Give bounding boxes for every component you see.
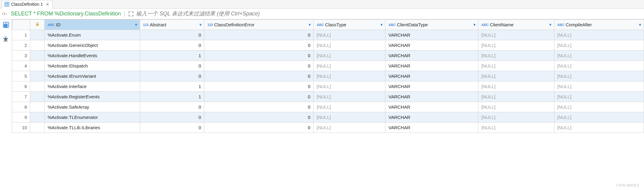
cell-ClassDefinitionError[interactable]: 0 <box>204 51 314 61</box>
cell-ID[interactable]: %Activate.RegisterEvents <box>44 92 140 102</box>
cell-ClientName[interactable]: [NULL] <box>478 51 554 61</box>
table-row[interactable]: 1%Activate.Enum00[NULL]VARCHAR[NULL][NUL… <box>12 30 644 40</box>
cell-ClientDataType[interactable]: VARCHAR <box>385 40 478 51</box>
cell-Abstract[interactable]: 0 <box>140 123 204 133</box>
cell-ClassType[interactable]: [NULL] <box>314 123 385 133</box>
row-number[interactable]: 1 <box>12 30 30 40</box>
cell-ID[interactable]: %Activate.TLLib.ILibraries <box>44 123 140 133</box>
side-tab-text[interactable]: 文本 ‹T› <box>3 34 9 41</box>
cell-ClientDataType[interactable]: VARCHAR <box>385 92 478 102</box>
cell-ClientDataType[interactable]: VARCHAR <box>385 71 478 81</box>
cell-Abstract[interactable]: 0 <box>140 40 204 51</box>
cell-ClassDefinitionError[interactable]: 0 <box>204 102 314 112</box>
cell-CompileAfter[interactable]: [NULL] <box>554 51 644 61</box>
cell-CompileAfter[interactable]: [NULL] <box>554 71 644 81</box>
cell-ClientDataType[interactable]: VARCHAR <box>385 61 478 71</box>
cell-ClassDefinitionError[interactable]: 0 <box>204 71 314 81</box>
cell-CompileAfter[interactable]: [NULL] <box>554 40 644 51</box>
row-number[interactable]: 2 <box>12 40 30 51</box>
row-number[interactable]: 9 <box>12 112 30 123</box>
cell-ClientDataType[interactable]: VARCHAR <box>385 112 478 123</box>
cell-ClassType[interactable]: [NULL] <box>314 112 385 123</box>
cell-CompileAfter[interactable]: [NULL] <box>554 123 644 133</box>
sort-icon[interactable]: ▼ <box>134 23 138 27</box>
cell-ClientDataType[interactable]: VARCHAR <box>385 51 478 61</box>
col-header-ClassType[interactable]: ABC ClassType▼ <box>314 20 385 30</box>
cell-ID[interactable]: %Activate.Enum <box>44 30 140 40</box>
col-header-Abstract[interactable]: 123 Abstract▼ <box>140 20 204 30</box>
cell-ClassDefinitionError[interactable]: 0 <box>204 92 314 102</box>
side-tab-grid[interactable]: 网格 <box>3 21 9 28</box>
sort-icon[interactable]: ▼ <box>308 23 312 27</box>
cell-ClassType[interactable]: [NULL] <box>314 51 385 61</box>
cell-CompileAfter[interactable]: [NULL] <box>554 30 644 40</box>
cell-ClassType[interactable]: [NULL] <box>314 92 385 102</box>
cell-Abstract[interactable]: 0 <box>140 61 204 71</box>
sort-icon[interactable]: ▼ <box>638 23 642 27</box>
expand-icon[interactable] <box>128 11 134 17</box>
cell-ClassType[interactable]: [NULL] <box>314 61 385 71</box>
cell-ClientDataType[interactable]: VARCHAR <box>385 30 478 40</box>
cell-ID[interactable]: %Activate.IEnumVariant <box>44 71 140 81</box>
table-row[interactable]: 3%Activate.HandleEvents10[NULL]VARCHAR[N… <box>12 51 644 61</box>
col-header-ID[interactable]: ABC ID▼ <box>44 20 140 30</box>
col-header-ClientName[interactable]: ABC ClientName▼ <box>478 20 554 30</box>
tab-classdefinition[interactable]: ClassDefinition 1 ✕ <box>2 0 53 8</box>
table-row[interactable]: 4%Activate.IDispatch00[NULL]VARCHAR[NULL… <box>12 61 644 71</box>
table-row[interactable]: 7%Activate.RegisterEvents10[NULL]VARCHAR… <box>12 92 644 102</box>
col-header-CompileAfter[interactable]: ABC CompileAfter▼ <box>554 20 644 30</box>
cell-ClientName[interactable]: [NULL] <box>478 123 554 133</box>
row-number[interactable]: 10 <box>12 123 30 133</box>
cell-CompileAfter[interactable]: [NULL] <box>554 112 644 123</box>
cell-ClassDefinitionError[interactable]: 0 <box>204 40 314 51</box>
row-number[interactable]: 6 <box>12 81 30 92</box>
rownum-header[interactable] <box>12 20 30 30</box>
cell-ClientDataType[interactable]: VARCHAR <box>385 81 478 92</box>
table-row[interactable]: 6%Activate.Interface10[NULL]VARCHAR[NULL… <box>12 81 644 92</box>
cell-ClientName[interactable]: [NULL] <box>478 112 554 123</box>
cell-ClassType[interactable]: [NULL] <box>314 30 385 40</box>
cell-ID[interactable]: %Activate.SafeArray <box>44 102 140 112</box>
cell-CompileAfter[interactable]: [NULL] <box>554 81 644 92</box>
sort-icon[interactable]: ▼ <box>380 23 383 27</box>
cell-Abstract[interactable]: 1 <box>140 92 204 102</box>
row-number[interactable]: 5 <box>12 71 30 81</box>
cell-ClassType[interactable]: [NULL] <box>314 71 385 81</box>
cell-ClientName[interactable]: [NULL] <box>478 81 554 92</box>
cell-ID[interactable]: %Activate.Interface <box>44 81 140 92</box>
col-header-ClassDefinitionError[interactable]: 123 ClassDefinitionError▼ <box>204 20 314 30</box>
cell-CompileAfter[interactable]: [NULL] <box>554 61 644 71</box>
cell-ID[interactable]: %Activate.IDispatch <box>44 61 140 71</box>
cell-ClassDefinitionError[interactable]: 0 <box>204 123 314 133</box>
cell-ClientDataType[interactable]: VARCHAR <box>385 123 478 133</box>
table-row[interactable]: 10%Activate.TLLib.ILibraries00[NULL]VARC… <box>12 123 644 133</box>
cell-ClientName[interactable]: [NULL] <box>478 61 554 71</box>
sort-icon[interactable]: ▼ <box>199 23 202 27</box>
cell-ID[interactable]: %Activate.GenericObject <box>44 40 140 51</box>
table-row[interactable]: 8%Activate.SafeArray00[NULL]VARCHAR[NULL… <box>12 102 644 112</box>
cell-ClassType[interactable]: [NULL] <box>314 40 385 51</box>
row-number[interactable]: 7 <box>12 92 30 102</box>
cell-ClassDefinitionError[interactable]: 0 <box>204 61 314 71</box>
cell-ClassType[interactable]: [NULL] <box>314 81 385 92</box>
cell-Abstract[interactable]: 0 <box>140 112 204 123</box>
sort-icon[interactable]: ▼ <box>473 23 476 27</box>
cell-Abstract[interactable]: 0 <box>140 30 204 40</box>
cell-CompileAfter[interactable]: [NULL] <box>554 92 644 102</box>
cell-ClassDefinitionError[interactable]: 0 <box>204 81 314 92</box>
cell-ClientName[interactable]: [NULL] <box>478 92 554 102</box>
cell-ID[interactable]: %Activate.TLEnumerator <box>44 112 140 123</box>
cell-Abstract[interactable]: 1 <box>140 51 204 61</box>
cell-Abstract[interactable]: 0 <box>140 71 204 81</box>
row-number[interactable]: 8 <box>12 102 30 112</box>
cell-ClientName[interactable]: [NULL] <box>478 102 554 112</box>
cell-ClientName[interactable]: [NULL] <box>478 40 554 51</box>
table-row[interactable]: 5%Activate.IEnumVariant00[NULL]VARCHAR[N… <box>12 71 644 81</box>
cell-ClientName[interactable]: [NULL] <box>478 30 554 40</box>
filter-input[interactable] <box>136 11 644 17</box>
row-number[interactable]: 3 <box>12 51 30 61</box>
cell-ClientDataType[interactable]: VARCHAR <box>385 102 478 112</box>
table-row[interactable]: 2%Activate.GenericObject00[NULL]VARCHAR[… <box>12 40 644 51</box>
close-icon[interactable]: ✕ <box>46 2 49 7</box>
cell-Abstract[interactable]: 0 <box>140 102 204 112</box>
